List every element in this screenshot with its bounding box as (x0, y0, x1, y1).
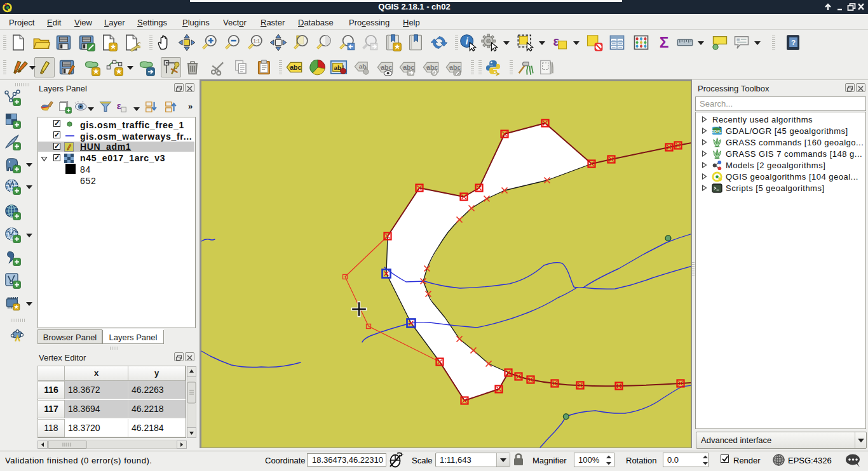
svg-text:Σ: Σ (660, 34, 669, 51)
svg-text:?: ? (791, 38, 796, 46)
svg-text:abc: abc (381, 63, 392, 71)
svg-text:abc: abc (290, 63, 301, 71)
svg-text:ab: ab (334, 64, 341, 71)
svg-text:ε: ε (117, 101, 121, 111)
svg-text:1:1: 1:1 (253, 38, 260, 44)
svg-text:GDAL: GDAL (711, 129, 722, 133)
